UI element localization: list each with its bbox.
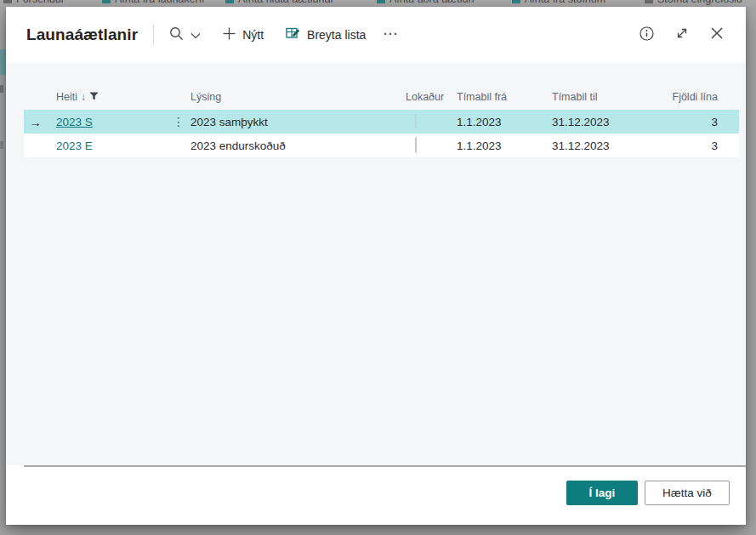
column-header-label: Tímabil til <box>552 91 597 103</box>
ok-button[interactable]: Í lagi <box>566 481 638 505</box>
dimmed-background-bar: Forsendur Afrita frá launakerfi Afrita h… <box>0 0 756 7</box>
column-header-timabil-til[interactable]: Tímabil til <box>552 91 668 103</box>
dimmed-background-fragment <box>0 49 6 75</box>
column-header-lokadur[interactable]: Lokaður <box>406 91 457 103</box>
cell-timabil-fra: 1.1.2023 <box>457 116 552 128</box>
dimmed-background-fragment <box>0 141 3 149</box>
column-header-fjoldi-lina[interactable]: Fjöldi lína <box>668 91 739 103</box>
cell-timabil-fra: 1.1.2023 <box>457 139 552 152</box>
column-header-label: Lýsing <box>190 91 221 103</box>
close-icon <box>710 26 724 43</box>
column-header-timabil-fra[interactable]: Tímabil frá <box>457 91 552 103</box>
search-icon <box>169 26 184 44</box>
bg-action-forsendur: Forsendur <box>3 0 65 7</box>
record-link[interactable]: 2023 E <box>56 139 93 152</box>
record-link[interactable]: 2023 S <box>56 116 93 128</box>
lokadur-checkbox[interactable] <box>415 113 417 129</box>
resize-button[interactable] <box>675 26 689 43</box>
edit-list-icon <box>286 26 300 43</box>
lokadur-checkbox[interactable] <box>415 137 417 153</box>
copy-icon <box>377 0 385 3</box>
cell-lysing: 2023 endurskoðuð <box>190 139 406 152</box>
bg-action-stofna-eingreidslu: Stofna eingreiðslu <box>645 0 742 7</box>
more-options-button[interactable]: ⋯ <box>383 26 398 44</box>
bg-action-afrita-hluta: Afrita hluta áætlunar <box>225 0 334 7</box>
dialog-header: Launaáætlanir Nýtt <box>6 7 746 63</box>
list-area: Heiti ↓ Lýsing Lokaður Tímabil frá Tímab… <box>6 63 746 465</box>
list-table: Heiti ↓ Lýsing Lokaður Tímabil frá Tímab… <box>24 84 739 157</box>
new-button-label: Nýtt <box>242 28 264 42</box>
calculator-icon <box>645 0 653 3</box>
table-row[interactable]: → 2023 S ⋮ 2023 samþykkt 1.1.2023 31.12.… <box>24 110 739 134</box>
column-header-label: Fjöldi lína <box>673 91 719 103</box>
edit-list-button[interactable]: Breyta lista <box>286 26 366 43</box>
table-row[interactable]: 2023 E 2023 endurskoðuð 1.1.2023 31.12.2… <box>24 134 739 157</box>
cell-fjoldi-lina: 3 <box>668 116 739 128</box>
sort-descending-icon: ↓ <box>81 91 86 103</box>
divider <box>153 25 154 45</box>
current-row-arrow-icon: → <box>24 116 56 128</box>
page-title: Launaáætlanir <box>26 26 138 44</box>
copy-page-icon <box>225 0 234 3</box>
bg-action-afrita-adra: Afrita aðra áætlun <box>377 0 474 7</box>
new-button[interactable]: Nýtt <box>223 27 264 43</box>
dimmed-background-fragment <box>0 85 3 93</box>
info-button[interactable] <box>639 26 654 44</box>
copy-icon <box>102 0 111 3</box>
cancel-button[interactable]: Hætta við <box>645 481 730 505</box>
filter-icon <box>89 91 99 103</box>
bg-action-afrita-launakerfi: Afrita frá launakerfi <box>102 0 204 7</box>
cell-timabil-til: 31.12.2023 <box>552 139 668 152</box>
column-header-lysing[interactable]: Lýsing <box>190 91 406 103</box>
table-header-row: Heiti ↓ Lýsing Lokaður Tímabil frá Tímab… <box>24 84 739 110</box>
edit-list-button-label: Breyta lista <box>307 28 366 42</box>
column-header-label: Heiti <box>56 91 77 103</box>
row-options-icon[interactable]: ⋮ <box>167 116 190 128</box>
settings-icon <box>3 0 12 3</box>
column-header-label: Lokaður <box>406 91 444 103</box>
cell-timabil-til: 31.12.2023 <box>552 116 668 128</box>
cell-fjoldi-lina: 3 <box>668 139 739 152</box>
cell-lysing: 2023 samþykkt <box>190 116 406 128</box>
bg-action-afrita-stofnum: Afrita frá stofnum <box>512 0 605 7</box>
close-button[interactable] <box>710 26 724 43</box>
expand-icon <box>675 26 689 43</box>
chevron-down-icon <box>190 27 201 43</box>
column-header-label: Tímabil frá <box>457 91 507 103</box>
dialog-footer: Í lagi Hætta við <box>6 465 746 525</box>
info-icon <box>639 26 654 44</box>
search-button[interactable] <box>169 26 201 44</box>
plus-icon <box>223 27 236 43</box>
column-header-heiti[interactable]: Heiti ↓ <box>56 91 167 103</box>
launaaaetlanir-dialog: Launaáætlanir Nýtt <box>6 7 746 525</box>
copy-icon <box>512 0 520 3</box>
